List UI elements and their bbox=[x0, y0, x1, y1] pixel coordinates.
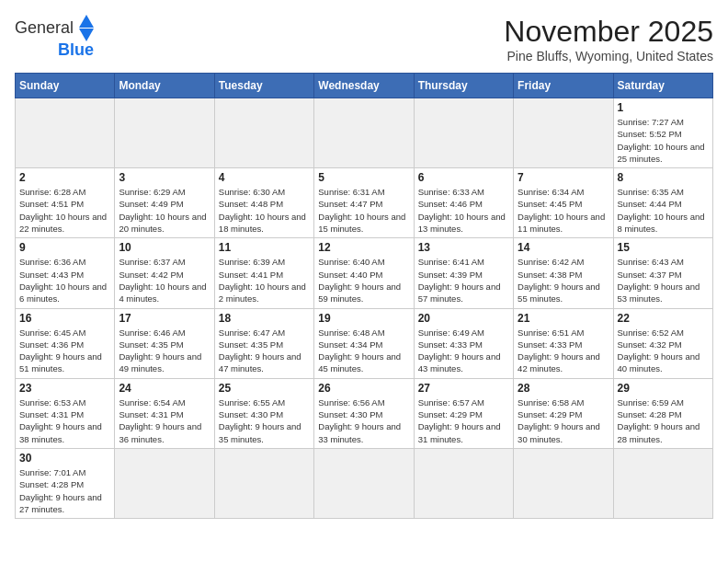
table-row: 24Sunrise: 6:54 AM Sunset: 4:31 PM Dayli… bbox=[115, 378, 214, 448]
table-row: 23Sunrise: 6:53 AM Sunset: 4:31 PM Dayli… bbox=[16, 378, 115, 448]
table-row bbox=[214, 98, 313, 168]
day-info: Sunrise: 6:59 AM Sunset: 4:28 PM Dayligh… bbox=[618, 396, 709, 445]
day-number: 11 bbox=[219, 241, 310, 254]
day-number: 25 bbox=[219, 382, 310, 395]
day-info: Sunrise: 6:35 AM Sunset: 4:44 PM Dayligh… bbox=[618, 186, 709, 235]
table-row: 25Sunrise: 6:55 AM Sunset: 4:30 PM Dayli… bbox=[214, 378, 313, 448]
calendar-week-row: 16Sunrise: 6:45 AM Sunset: 4:36 PM Dayli… bbox=[16, 308, 713, 378]
col-saturday: Saturday bbox=[613, 74, 712, 98]
day-number: 18 bbox=[219, 312, 310, 325]
table-row: 20Sunrise: 6:49 AM Sunset: 4:33 PM Dayli… bbox=[414, 308, 513, 378]
page-header: General Blue November 2025 Pine Bluffs, … bbox=[15, 15, 713, 63]
day-number: 16 bbox=[19, 312, 110, 325]
calendar-table: Sunday Monday Tuesday Wednesday Thursday… bbox=[15, 73, 713, 519]
day-number: 21 bbox=[518, 312, 609, 325]
table-row: 12Sunrise: 6:40 AM Sunset: 4:40 PM Dayli… bbox=[314, 238, 414, 308]
table-row bbox=[414, 448, 513, 518]
table-row bbox=[414, 98, 513, 168]
day-info: Sunrise: 6:53 AM Sunset: 4:31 PM Dayligh… bbox=[19, 396, 110, 445]
day-number: 10 bbox=[119, 241, 210, 254]
table-row bbox=[115, 98, 214, 168]
day-info: Sunrise: 7:01 AM Sunset: 4:28 PM Dayligh… bbox=[19, 466, 110, 515]
table-row: 2Sunrise: 6:28 AM Sunset: 4:51 PM Daylig… bbox=[16, 168, 115, 238]
table-row: 9Sunrise: 6:36 AM Sunset: 4:43 PM Daylig… bbox=[16, 238, 115, 308]
day-info: Sunrise: 6:39 AM Sunset: 4:41 PM Dayligh… bbox=[219, 256, 310, 304]
calendar-week-row: 2Sunrise: 6:28 AM Sunset: 4:51 PM Daylig… bbox=[16, 168, 713, 238]
day-info: Sunrise: 6:28 AM Sunset: 4:51 PM Dayligh… bbox=[19, 186, 110, 235]
table-row: 14Sunrise: 6:42 AM Sunset: 4:38 PM Dayli… bbox=[514, 238, 613, 308]
table-row: 15Sunrise: 6:43 AM Sunset: 4:37 PM Dayli… bbox=[613, 238, 712, 308]
day-info: Sunrise: 6:31 AM Sunset: 4:47 PM Dayligh… bbox=[318, 186, 409, 235]
day-number: 19 bbox=[318, 312, 409, 325]
day-info: Sunrise: 6:52 AM Sunset: 4:32 PM Dayligh… bbox=[618, 327, 709, 375]
location: Pine Bluffs, Wyoming, United States bbox=[504, 49, 713, 63]
table-row: 6Sunrise: 6:33 AM Sunset: 4:46 PM Daylig… bbox=[414, 168, 513, 238]
day-number: 15 bbox=[618, 241, 709, 254]
table-row: 21Sunrise: 6:51 AM Sunset: 4:33 PM Dayli… bbox=[514, 308, 613, 378]
day-info: Sunrise: 6:36 AM Sunset: 4:43 PM Dayligh… bbox=[19, 256, 110, 304]
col-tuesday: Tuesday bbox=[214, 74, 313, 98]
table-row: 19Sunrise: 6:48 AM Sunset: 4:34 PM Dayli… bbox=[314, 308, 414, 378]
day-info: Sunrise: 6:58 AM Sunset: 4:29 PM Dayligh… bbox=[518, 396, 609, 445]
day-number: 24 bbox=[119, 382, 210, 395]
day-number: 6 bbox=[418, 171, 509, 184]
day-info: Sunrise: 6:47 AM Sunset: 4:35 PM Dayligh… bbox=[219, 327, 310, 375]
day-info: Sunrise: 6:30 AM Sunset: 4:48 PM Dayligh… bbox=[219, 186, 310, 235]
table-row bbox=[514, 98, 613, 168]
day-info: Sunrise: 6:41 AM Sunset: 4:39 PM Dayligh… bbox=[418, 256, 509, 304]
col-wednesday: Wednesday bbox=[314, 74, 414, 98]
day-info: Sunrise: 6:33 AM Sunset: 4:46 PM Dayligh… bbox=[418, 186, 509, 235]
table-row: 27Sunrise: 6:57 AM Sunset: 4:29 PM Dayli… bbox=[414, 378, 513, 448]
table-row: 16Sunrise: 6:45 AM Sunset: 4:36 PM Dayli… bbox=[16, 308, 115, 378]
col-thursday: Thursday bbox=[414, 74, 513, 98]
logo: General Blue bbox=[15, 15, 94, 60]
day-number: 1 bbox=[618, 101, 709, 114]
day-info: Sunrise: 6:57 AM Sunset: 4:29 PM Dayligh… bbox=[418, 396, 509, 445]
day-number: 30 bbox=[19, 452, 110, 465]
day-info: Sunrise: 6:37 AM Sunset: 4:42 PM Dayligh… bbox=[119, 256, 210, 304]
col-sunday: Sunday bbox=[16, 74, 115, 98]
table-row: 13Sunrise: 6:41 AM Sunset: 4:39 PM Dayli… bbox=[414, 238, 513, 308]
day-number: 27 bbox=[418, 382, 509, 395]
table-row: 8Sunrise: 6:35 AM Sunset: 4:44 PM Daylig… bbox=[613, 168, 712, 238]
table-row: 11Sunrise: 6:39 AM Sunset: 4:41 PM Dayli… bbox=[214, 238, 313, 308]
day-number: 14 bbox=[518, 241, 609, 254]
table-row bbox=[16, 98, 115, 168]
day-info: Sunrise: 6:46 AM Sunset: 4:35 PM Dayligh… bbox=[119, 327, 210, 375]
day-info: Sunrise: 6:54 AM Sunset: 4:31 PM Dayligh… bbox=[119, 396, 210, 445]
table-row: 18Sunrise: 6:47 AM Sunset: 4:35 PM Dayli… bbox=[214, 308, 313, 378]
day-info: Sunrise: 6:45 AM Sunset: 4:36 PM Dayligh… bbox=[19, 327, 110, 375]
logo-text-general: General bbox=[15, 19, 74, 38]
day-number: 22 bbox=[618, 312, 709, 325]
col-monday: Monday bbox=[115, 74, 214, 98]
table-row: 28Sunrise: 6:58 AM Sunset: 4:29 PM Dayli… bbox=[514, 378, 613, 448]
day-number: 26 bbox=[318, 382, 409, 395]
table-row: 7Sunrise: 6:34 AM Sunset: 4:45 PM Daylig… bbox=[514, 168, 613, 238]
table-row: 3Sunrise: 6:29 AM Sunset: 4:49 PM Daylig… bbox=[115, 168, 214, 238]
calendar-header-row: Sunday Monday Tuesday Wednesday Thursday… bbox=[16, 74, 713, 98]
table-row bbox=[613, 448, 712, 518]
day-number: 17 bbox=[119, 312, 210, 325]
table-row: 30Sunrise: 7:01 AM Sunset: 4:28 PM Dayli… bbox=[16, 448, 115, 518]
day-number: 29 bbox=[618, 382, 709, 395]
day-info: Sunrise: 6:29 AM Sunset: 4:49 PM Dayligh… bbox=[119, 186, 210, 235]
day-number: 13 bbox=[418, 241, 509, 254]
day-number: 5 bbox=[318, 171, 409, 184]
day-number: 2 bbox=[19, 171, 110, 184]
table-row: 4Sunrise: 6:30 AM Sunset: 4:48 PM Daylig… bbox=[214, 168, 313, 238]
day-info: Sunrise: 6:51 AM Sunset: 4:33 PM Dayligh… bbox=[518, 327, 609, 375]
day-info: Sunrise: 6:49 AM Sunset: 4:33 PM Dayligh… bbox=[418, 327, 509, 375]
day-number: 20 bbox=[418, 312, 509, 325]
day-info: Sunrise: 6:43 AM Sunset: 4:37 PM Dayligh… bbox=[618, 256, 709, 304]
calendar-week-row: 23Sunrise: 6:53 AM Sunset: 4:31 PM Dayli… bbox=[16, 378, 713, 448]
day-number: 23 bbox=[19, 382, 110, 395]
col-friday: Friday bbox=[514, 74, 613, 98]
day-number: 9 bbox=[19, 241, 110, 254]
day-info: Sunrise: 6:55 AM Sunset: 4:30 PM Dayligh… bbox=[219, 396, 310, 445]
month-title: November 2025 bbox=[504, 15, 713, 49]
day-number: 3 bbox=[119, 171, 210, 184]
table-row bbox=[314, 98, 414, 168]
table-row: 5Sunrise: 6:31 AM Sunset: 4:47 PM Daylig… bbox=[314, 168, 414, 238]
day-info: Sunrise: 7:27 AM Sunset: 5:52 PM Dayligh… bbox=[618, 116, 709, 165]
table-row bbox=[214, 448, 313, 518]
